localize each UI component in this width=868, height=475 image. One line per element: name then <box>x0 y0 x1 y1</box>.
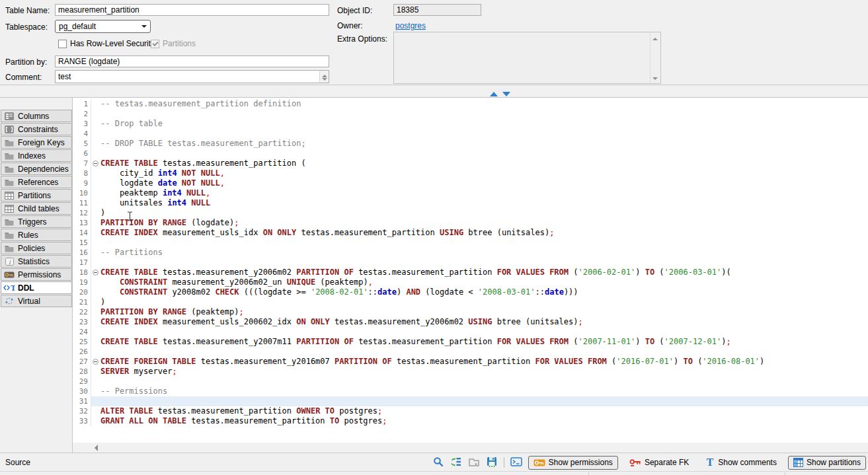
partition-by-label: Partition by: <box>5 57 47 67</box>
folder-icon <box>3 244 15 253</box>
line-number: 33 <box>73 416 91 426</box>
scroll-left-icon[interactable] <box>91 445 98 451</box>
tablespace-select[interactable]: pg_default <box>55 20 151 33</box>
fold-gutter <box>91 178 100 188</box>
code-line[interactable]: 21) <box>73 297 868 307</box>
fold-collapse-icon[interactable] <box>93 161 99 166</box>
sidebar-item-permissions[interactable]: Permissions <box>1 268 72 281</box>
code-line[interactable]: 9 logdate date NOT NULL, <box>73 178 868 188</box>
code-line[interactable]: 5-- DROP TABLE testas.measurement_partit… <box>73 139 868 149</box>
code-line[interactable]: 31 <box>73 396 868 406</box>
code-line[interactable]: 18CREATE TABLE testas.measurement_y2006m… <box>73 268 868 277</box>
comment-input[interactable]: test <box>55 70 329 83</box>
code-text <box>100 377 100 386</box>
sidebar-item-constraints[interactable]: Constraints <box>1 123 72 135</box>
code-line[interactable]: 11 unitsales int4 NULL <box>73 198 868 208</box>
sidebar-item-triggers[interactable]: Triggers <box>1 215 72 228</box>
line-number: 15 <box>73 238 91 248</box>
panel-splitter[interactable] <box>0 85 868 98</box>
code-line[interactable]: 17 <box>73 258 868 268</box>
scroll-up-icon[interactable] <box>652 35 658 40</box>
sidebar-item-label: Virtual <box>18 297 40 306</box>
sidebar-item-ddl[interactable]: TDDL <box>1 281 72 294</box>
comment-label: Comment: <box>5 73 42 82</box>
code-line[interactable]: 19 CONSTRAINT measurement_y2006m02_un UN… <box>73 277 868 287</box>
code-line[interactable]: 13PARTITION BY RANGE (logdate); <box>73 218 868 228</box>
comment-spinner[interactable] <box>319 71 329 83</box>
sidebar-item-indexes[interactable]: Indexes <box>1 149 72 162</box>
fold-gutter <box>91 347 100 357</box>
code-line[interactable]: 10 peaktemp int4 NULL, <box>73 188 868 198</box>
code-line[interactable]: 30-- Permissions <box>73 386 868 396</box>
rls-checkbox[interactable] <box>58 40 67 48</box>
sidebar-item-partitions[interactable]: Partitions <box>1 189 72 201</box>
source-tab[interactable]: Source <box>5 458 30 467</box>
code-line[interactable]: 25CREATE TABLE testas.measurement_y2007m… <box>73 337 868 347</box>
sidebar-item-rules[interactable]: Rules <box>1 229 72 241</box>
ddl-source-editor[interactable]: 1-- testas.measurement_partition definit… <box>73 98 868 443</box>
fold-collapse-icon[interactable] <box>93 270 99 275</box>
collapse-down-icon[interactable] <box>502 92 510 96</box>
sidebar-item-child-tables[interactable]: Child tables <box>1 202 72 215</box>
table-icon <box>3 191 15 200</box>
owner-link[interactable]: postgres <box>395 21 426 30</box>
line-number: 8 <box>73 168 91 178</box>
code-line[interactable]: 32ALTER TABLE testas.measurement_partiti… <box>73 406 868 416</box>
collapse-up-icon[interactable] <box>490 92 498 96</box>
line-number: 12 <box>73 208 91 218</box>
separate-fk-toggle[interactable]: Separate FK <box>624 456 694 470</box>
line-number: 5 <box>73 139 91 149</box>
save-to-file-button[interactable] <box>486 457 498 468</box>
scroll-down-icon[interactable] <box>652 77 658 83</box>
code-line[interactable]: 7CREATE TABLE testas.measurement_partiti… <box>73 159 868 168</box>
fold-gutter <box>91 287 100 297</box>
open-in-folder-button[interactable] <box>468 457 480 468</box>
code-line[interactable]: 1-- testas.measurement_partition definit… <box>73 99 868 109</box>
sidebar-item-references[interactable]: References <box>1 176 72 188</box>
code-line[interactable]: 26 <box>73 347 868 357</box>
show-comments-toggle[interactable]: TShow comments <box>700 456 782 470</box>
code-line[interactable]: 29 <box>73 377 868 386</box>
spinner-down-icon[interactable] <box>322 78 327 83</box>
code-line[interactable]: 3-- Drop table <box>73 119 868 129</box>
key-orange-icon <box>533 458 545 467</box>
code-line[interactable]: 2 <box>73 109 868 119</box>
partition-by-input[interactable] <box>55 55 329 67</box>
code-line[interactable]: 20 CONSTRAINT y2008m02 CHECK (((logdate … <box>73 287 868 297</box>
code-line[interactable]: 33GRANT ALL ON TABLE testas.measurement_… <box>73 416 868 426</box>
sidebar-item-statistics[interactable]: iStatistics <box>1 255 72 268</box>
code-text: CREATE INDEX measurement_usls_200602_idx… <box>100 317 583 327</box>
extra-options-scrollbar[interactable] <box>650 32 660 83</box>
search-button[interactable] <box>432 457 444 468</box>
code-line[interactable]: 16-- Partitions <box>73 248 868 258</box>
code-line[interactable]: 6 <box>73 149 868 159</box>
code-line[interactable]: 8 city_id int4 NOT NULL, <box>73 168 868 178</box>
spinner-up-icon[interactable] <box>322 72 327 77</box>
show-permissions-toggle[interactable]: Show permissions <box>528 456 618 470</box>
table-name-input[interactable] <box>55 4 329 16</box>
code-text: PARTITION BY RANGE (logdate); <box>100 218 239 228</box>
open-sql-console-button[interactable] <box>510 457 522 468</box>
editor-hscrollbar[interactable] <box>73 443 868 453</box>
code-line[interactable]: 4 <box>73 129 868 139</box>
show-partitions-toggle[interactable]: Show partitions <box>788 456 866 470</box>
sidebar-item-virtual[interactable]: Virtual <box>1 295 72 307</box>
code-text: -- Permissions <box>100 386 167 396</box>
code-line[interactable]: 24 <box>73 327 868 337</box>
sidebar-item-policies[interactable]: Policies <box>1 242 72 254</box>
code-line[interactable]: 12) <box>73 208 868 218</box>
partitions-checkbox-label: Partitions <box>163 39 196 48</box>
code-line[interactable]: 23CREATE INDEX measurement_usls_200602_i… <box>73 317 868 327</box>
code-line[interactable]: 15 <box>73 238 868 248</box>
code-line[interactable]: 22PARTITION BY RANGE (peaktemp); <box>73 307 868 317</box>
sidebar-item-foreign-keys[interactable]: Foreign Keys <box>1 136 72 149</box>
folder-icon <box>3 151 15 161</box>
code-line[interactable]: 14CREATE INDEX measurement_usls_idx ON O… <box>73 228 868 238</box>
sidebar-item-dependencies[interactable]: Dependencies <box>1 163 72 175</box>
code-line[interactable]: 28SERVER myserver; <box>73 367 868 377</box>
code-line[interactable]: 27CREATE FOREIGN TABLE testas.measuremen… <box>73 357 868 367</box>
extra-options-textarea[interactable] <box>393 32 661 84</box>
refresh-compare-button[interactable] <box>450 457 462 468</box>
fold-collapse-icon[interactable] <box>93 359 99 365</box>
sidebar-item-columns[interactable]: Columns <box>1 110 72 122</box>
